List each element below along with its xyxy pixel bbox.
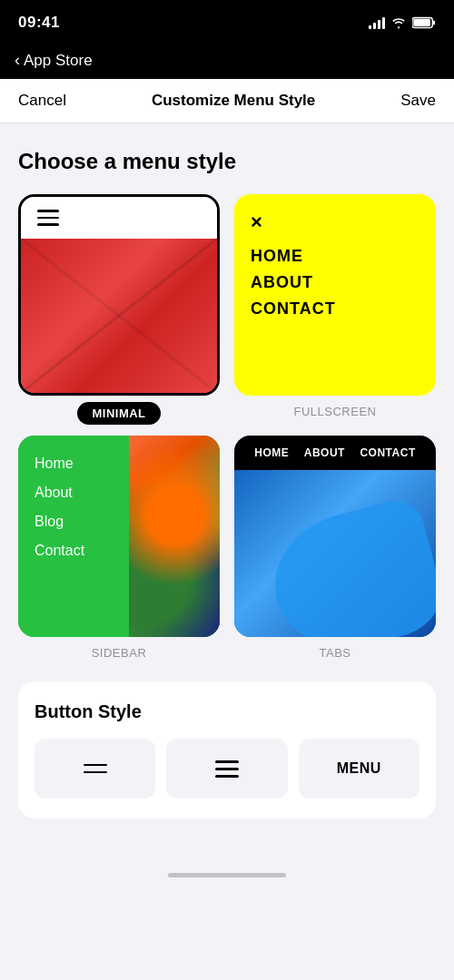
thick-hamburger-icon — [215, 760, 239, 778]
battery-icon — [412, 16, 436, 29]
fullscreen-close-icon: × — [251, 211, 419, 234]
sidebar-item-blog: Blog — [35, 514, 113, 530]
fullscreen-card[interactable]: × HOME ABOUT CONTACT — [234, 194, 436, 396]
button-style-menu-text[interactable]: MENU — [299, 739, 419, 799]
button-style-title: Button Style — [35, 701, 419, 722]
tabs-label: TABS — [320, 646, 351, 660]
minimal-card[interactable] — [18, 194, 220, 396]
sidebar-card[interactable]: Home About Blog Contact — [18, 436, 220, 637]
sidebar-label: SIDEBAR — [92, 646, 147, 660]
status-icons — [369, 16, 436, 29]
svg-rect-2 — [433, 21, 435, 25]
tabs-nav: HOME ABOUT CONTACT — [234, 436, 436, 470]
tab-nav-home: HOME — [254, 446, 289, 459]
svg-rect-1 — [413, 19, 430, 26]
menu-option-minimal[interactable]: MINIMAL — [18, 194, 220, 421]
sidebar-item-about: About — [35, 485, 113, 501]
wifi-icon — [390, 16, 407, 29]
fullscreen-item-home: HOME — [251, 247, 419, 266]
sidebar-menu: Home About Blog Contact — [18, 436, 129, 637]
fullscreen-item-contact: CONTACT — [251, 299, 419, 318]
button-style-thin-hamburger[interactable] — [35, 739, 155, 799]
status-bar: 09:41 — [0, 0, 454, 45]
back-label: App Store — [24, 52, 93, 70]
home-bar — [168, 873, 286, 877]
signal-icon — [369, 16, 385, 29]
tab-nav-contact: CONTACT — [360, 446, 415, 459]
button-style-options: MENU — [35, 739, 419, 799]
fullscreen-label: FULLSCREEN — [294, 405, 377, 418]
save-button[interactable]: Save — [400, 92, 436, 110]
nav-bar: Cancel Customize Menu Style Save — [0, 79, 454, 123]
tabs-card[interactable]: HOME ABOUT CONTACT — [234, 436, 436, 637]
back-nav[interactable]: ‹ App Store — [0, 45, 454, 79]
fullscreen-item-about: ABOUT — [251, 273, 419, 292]
button-style-thick-hamburger[interactable] — [166, 739, 287, 799]
sidebar-item-home: Home — [35, 456, 113, 472]
fullscreen-menu-items: HOME ABOUT CONTACT — [251, 247, 419, 318]
thin-hamburger-icon — [84, 764, 107, 773]
status-time: 09:41 — [18, 14, 60, 32]
menu-option-sidebar[interactable]: Home About Blog Contact SIDEBAR — [18, 436, 220, 660]
cancel-button[interactable]: Cancel — [18, 92, 66, 110]
menu-option-tabs[interactable]: HOME ABOUT CONTACT TABS — [234, 436, 436, 660]
nav-title: Customize Menu Style — [152, 92, 315, 110]
menu-text-label: MENU — [337, 760, 381, 777]
section-title: Choose a menu style — [18, 149, 436, 174]
home-indicator — [0, 862, 454, 892]
menu-option-fullscreen[interactable]: × HOME ABOUT CONTACT FULLSCREEN — [234, 194, 436, 421]
sidebar-item-contact: Contact — [35, 543, 113, 559]
minimal-badge: MINIMAL — [77, 405, 160, 421]
minimal-preview-image — [21, 239, 217, 394]
menu-style-grid: MINIMAL × HOME ABOUT CONTACT FULLSCREEN — [18, 194, 436, 660]
tab-nav-about: ABOUT — [304, 446, 345, 459]
back-arrow-icon: ‹ — [15, 51, 20, 70]
hamburger-icon — [37, 210, 201, 226]
main-content: Choose a menu style MINIMAL — [0, 123, 454, 862]
button-style-section: Button Style MENU — [18, 681, 436, 818]
tabs-preview-image — [234, 470, 436, 637]
